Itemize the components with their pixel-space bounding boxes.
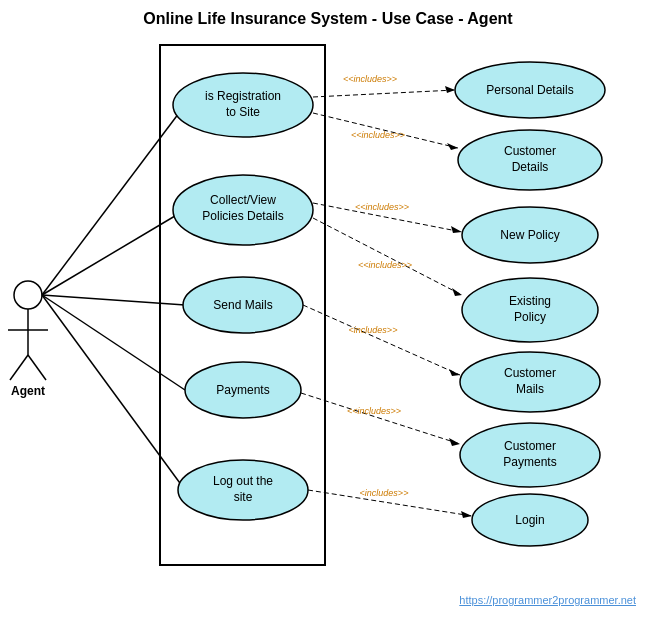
ext6-label-line2: Payments	[503, 455, 556, 469]
ext1-label: Personal Details	[486, 83, 573, 97]
includes-label-uc1-ext2: <<includes>>	[351, 130, 405, 140]
actor-right-leg	[28, 355, 46, 380]
arrowhead-uc4-ext6	[449, 438, 460, 446]
includes-label-uc2-ext3: <<includes>>	[355, 202, 409, 212]
arrowhead-uc1-ext2	[447, 143, 458, 150]
uc2-label-line1: Collect/View	[210, 193, 276, 207]
actor-left-leg	[10, 355, 28, 380]
ext2-label-line2: Details	[512, 160, 549, 174]
actor-uc4-line	[42, 295, 185, 390]
uc2-label-line2: Policies Details	[202, 209, 283, 223]
arrow-uc2-ext4	[313, 218, 462, 295]
diagram-container: Online Life Insurance System - Use Case …	[0, 0, 656, 618]
actor-uc2-line	[42, 210, 185, 295]
ext2-label-line1: Customer	[504, 144, 556, 158]
uc4-label: Payments	[216, 383, 269, 397]
ext5-label-line1: Customer	[504, 366, 556, 380]
uc3-label: Send Mails	[213, 298, 272, 312]
ext4-label-line1: Existing	[509, 294, 551, 308]
arrowhead-uc1-ext1	[445, 86, 455, 93]
uc5-label-line2: site	[234, 490, 253, 504]
actor-head	[14, 281, 42, 309]
includes-label-uc1-ext1: <<includes>>	[343, 74, 397, 84]
arrowhead-uc3-ext5	[449, 369, 460, 376]
actor-uc3-line	[42, 295, 185, 305]
uc1-label-line1: is Registration	[205, 89, 281, 103]
diagram-svg: Agent is Registration to Site Collect/Vi…	[0, 0, 656, 618]
uc5-label-line1: Log out the	[213, 474, 273, 488]
arrowhead-uc5-ext7	[461, 511, 472, 518]
arrow-uc1-ext1	[313, 90, 455, 97]
actor-uc1-line	[42, 105, 185, 295]
ext5-label-line2: Mails	[516, 382, 544, 396]
watermark[interactable]: https://programmer2programmer.net	[459, 594, 636, 606]
actor-label: Agent	[11, 384, 45, 398]
includes-label-uc2-ext4: <<includes>>	[358, 260, 412, 270]
arrowhead-uc2-ext4	[452, 288, 462, 296]
includes-label-uc3-ext5: <includes>>	[349, 325, 398, 335]
includes-label-uc5-ext7: <includes>>	[360, 488, 409, 498]
ext7-label: Login	[515, 513, 544, 527]
ext4-label-line2: Policy	[514, 310, 546, 324]
actor-uc5-line	[42, 295, 185, 490]
ext3-label: New Policy	[500, 228, 559, 242]
ext6-label-line1: Customer	[504, 439, 556, 453]
includes-label-uc4-ext6: <<includes>>	[347, 406, 401, 416]
arrow-uc3-ext5	[303, 305, 460, 375]
arrowhead-uc2-ext3	[451, 226, 462, 233]
uc1-label-line2: to Site	[226, 105, 260, 119]
